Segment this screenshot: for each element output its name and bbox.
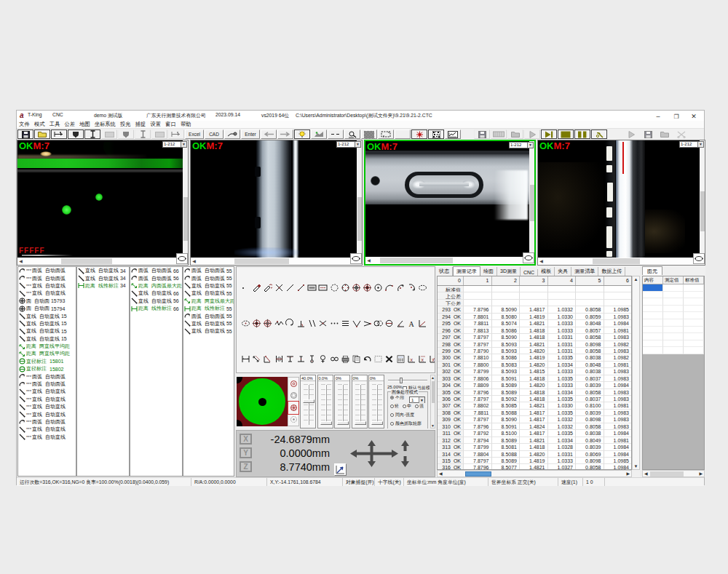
grid-data-row[interactable]: 315 OK7.87978.50891.48191.03330.80981.09… [438, 458, 631, 464]
grid-data-row[interactable]: 309 OK7.87978.50901.48171.03320.80981.09… [438, 416, 631, 423]
grid-cell[interactable]: 1.0334 [548, 362, 577, 368]
grid-cell[interactable]: 8.5089 [492, 437, 521, 444]
element-cell[interactable] [684, 347, 704, 354]
save-run-button[interactable] [474, 129, 490, 139]
element-cell[interactable] [643, 312, 663, 319]
camera-resize-button[interactable] [693, 253, 705, 264]
element-cell[interactable] [663, 298, 684, 306]
tool-dimt-icon[interactable] [285, 354, 295, 364]
tool-loop-icon[interactable] [285, 319, 295, 328]
grid-cell[interactable]: 8.5091 [492, 423, 521, 430]
light-slider-4[interactable]: 0% [352, 375, 368, 428]
grid-spec-row[interactable]: 标准值 [438, 286, 631, 292]
tool-target-icon[interactable] [352, 283, 361, 292]
grid-cell[interactable]: 7.8797 [464, 396, 492, 402]
grid-cell[interactable]: 1.0334 [548, 389, 577, 396]
grid-cell[interactable]: 0.8039 [576, 444, 604, 450]
list-item[interactable]: ***圆弧自动圆弧 [18, 418, 76, 426]
grid-cell[interactable]: 7.8796 [464, 464, 492, 470]
element-cell[interactable] [684, 340, 704, 348]
grid-cell[interactable]: 0.8037 [576, 396, 604, 402]
grid-cell[interactable]: 0.8039 [576, 382, 604, 388]
camera-range-select[interactable]: 1-212▼ [336, 141, 355, 148]
tool-cross-icon[interactable] [274, 283, 284, 292]
element-cell[interactable] [684, 292, 704, 299]
grid-cell[interactable]: 8.5080 [492, 314, 521, 320]
grid-cell[interactable]: 1.0981 [604, 362, 633, 368]
grid-cell[interactable]: 8.5088 [492, 410, 521, 416]
grid-cell[interactable]: 7.8796 [464, 423, 492, 430]
list-item[interactable]: 直线自动直线 34 [77, 267, 129, 274]
list-item[interactable]: 圆弧自动圆弧 56 [130, 274, 182, 282]
matrix-code-button[interactable] [428, 129, 444, 139]
grid-cell[interactable]: 1.0981 [604, 402, 633, 409]
camera-vscrollbar[interactable] [183, 140, 188, 258]
grid-cell[interactable]: 1.4817 [520, 306, 548, 313]
grid-cell[interactable]: 8.5074 [492, 320, 521, 327]
grid-cell[interactable]: 1.4819 [520, 314, 548, 320]
grid-cell[interactable]: 7.8797 [464, 416, 492, 423]
run-stop-button[interactable] [558, 129, 574, 139]
grid-hscroll-thumb[interactable] [465, 471, 491, 477]
grid-cell[interactable]: 7.8811 [464, 410, 492, 416]
list-item[interactable]: ***圆弧自动圆弧 [18, 267, 76, 274]
grid-cell[interactable]: 1.0332 [548, 423, 577, 430]
grid-data-row[interactable]: 300 OK7.88108.50861.48191.03350.80381.09… [438, 354, 631, 361]
grid-cell[interactable]: 1.0983 [604, 389, 633, 396]
tab-4[interactable]: CNC [521, 269, 538, 276]
element-cell[interactable] [663, 340, 684, 348]
element-row[interactable] [643, 292, 704, 299]
tool-vee-icon[interactable] [363, 319, 372, 328]
grid-cell[interactable]: 1.0984 [604, 382, 633, 388]
grid-data-row[interactable]: 305 OK7.87968.50891.48181.03340.80581.09… [438, 389, 631, 396]
grid-cell[interactable]: 8.5081 [492, 444, 521, 450]
list-item[interactable]: 距离线性标注 66 [130, 305, 182, 312]
grid-cell[interactable]: 1.0335 [548, 410, 577, 416]
tool-parallel-icon[interactable] [307, 319, 317, 328]
grid-data-row[interactable]: 310 OK7.87968.50911.48241.03320.80581.09… [438, 423, 631, 430]
grid-horizontal-scrollbar[interactable]: ◀ ▶ [437, 470, 632, 477]
light-segment-2[interactable] [288, 390, 298, 402]
list-item[interactable]: 圆自动圆 15794 [18, 305, 76, 312]
grid-cell[interactable]: 7.8802 [464, 402, 492, 409]
grid-cell[interactable] [548, 292, 577, 299]
caliper-vertical-button[interactable] [84, 129, 100, 139]
light-slider-3[interactable]: 0% [334, 375, 350, 428]
enter-button[interactable]: Enter [241, 129, 260, 139]
list-item[interactable]: ***直线自动直线 [18, 410, 76, 418]
grid-spec-row[interactable]: 上公差 [438, 292, 631, 299]
grid-spec-row[interactable]: 下公差 [438, 300, 631, 306]
list-item[interactable]: 圆弧自动圆弧 55 [183, 274, 234, 282]
tool-angleb-icon[interactable] [418, 319, 427, 328]
grid-cell[interactable]: 8.5092 [492, 396, 521, 402]
master-light-slider[interactable] [388, 378, 427, 383]
tool-dots3-icon[interactable] [330, 319, 339, 328]
tab-8[interactable]: 数据上传 [598, 267, 625, 276]
tool-intersect-icon[interactable] [318, 319, 328, 328]
menu-item-7[interactable]: 捕捉 [133, 121, 149, 128]
list-item[interactable]: 直径标注15801 [18, 358, 76, 365]
tool-stemc-icon[interactable] [318, 354, 328, 364]
light-bulb-button[interactable] [294, 129, 310, 139]
camera-hscrollbar[interactable]: ◀ [538, 258, 705, 265]
grid-cell[interactable]: 1.0331 [548, 348, 577, 354]
slider-thumb[interactable] [337, 421, 349, 425]
grid-cell[interactable]: 1.0332 [548, 416, 577, 423]
list-item[interactable]: 直线自动直线 55 [183, 290, 234, 297]
tab-1[interactable]: 测量记录 [453, 266, 480, 276]
grid-cell[interactable]: 1.4821 [520, 320, 548, 327]
tool-region-icon[interactable] [373, 354, 383, 364]
tab-3[interactable]: 3D测量 [497, 267, 521, 276]
grid-cell[interactable]: 7.8813 [464, 327, 492, 334]
element-cell[interactable] [643, 319, 663, 327]
list-item[interactable]: ***直线自动直线 [18, 290, 76, 297]
tool-circdot-icon[interactable] [373, 283, 383, 292]
grid-cell[interactable]: 1.4820 [520, 348, 548, 354]
menu-item-5[interactable]: 坐标系统 [92, 121, 118, 128]
cut-disabled-button[interactable] [673, 129, 689, 139]
menu-item-2[interactable]: 工具 [47, 121, 63, 128]
grid-cell[interactable]: 1.0335 [548, 430, 577, 437]
tool-cminus-icon[interactable] [384, 319, 394, 328]
grid-cell[interactable]: 1.0983 [604, 423, 633, 430]
grid-cell[interactable]: 1.0328 [548, 444, 577, 450]
